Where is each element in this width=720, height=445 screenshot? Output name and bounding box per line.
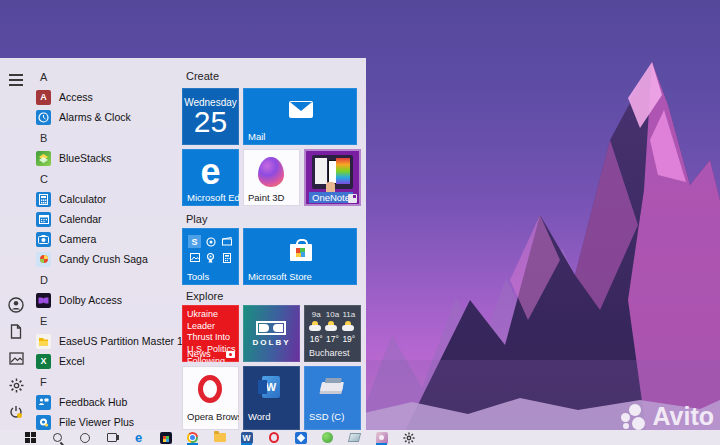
tile-opera-browser[interactable]: Opera Browser [182, 366, 239, 430]
excel-app-icon: X [36, 354, 51, 369]
app-list-item-candy-crush-saga[interactable]: Candy Crush Saga [34, 249, 176, 269]
taskbar-store-button[interactable] [159, 431, 172, 444]
desktop-screen: Avito [0, 0, 720, 445]
taskbar-photos-button[interactable] [375, 431, 388, 444]
app-list-item-calendar[interactable]: Calendar [34, 209, 176, 229]
app-section-letter-c[interactable]: C [34, 168, 176, 189]
microsoft-store-icon [160, 432, 172, 444]
documents-button[interactable] [7, 322, 25, 340]
start-button[interactable] [24, 431, 37, 444]
tile-group-title-create: Create [186, 70, 219, 82]
app-section-letter-b[interactable]: B [34, 127, 176, 148]
app-list-item-camera[interactable]: Camera [34, 229, 176, 249]
candy-crush-app-icon [36, 252, 51, 267]
tile-label: Microsoft Store [248, 271, 312, 282]
tile-label: SSD (C) [309, 411, 344, 422]
taskbar: e W [0, 430, 720, 445]
app-list-item-file-viewer-plus[interactable]: File Viewer Plus [34, 412, 176, 430]
lens-icon [204, 235, 217, 248]
tile-group-title-explore: Explore [186, 290, 223, 302]
app-section-letter-e[interactable]: E [34, 310, 176, 331]
tile-onenote[interactable]: OneNote [304, 149, 361, 206]
emulator-green-icon [322, 432, 333, 443]
app-list-item-feedback-hub[interactable]: Feedback Hub [34, 392, 176, 412]
tools-folder-mini-icons: S [188, 235, 234, 264]
tile-dolby[interactable]: DOLBY [243, 305, 300, 362]
settings-gear-icon [403, 432, 415, 444]
taskbar-chrome-button[interactable] [186, 431, 199, 444]
app-list-item-dolby-access[interactable]: Dolby Access [34, 290, 176, 310]
dolby-access-app-icon [36, 293, 51, 308]
edge-logo-icon: e [182, 151, 239, 193]
weather-city: Bucharest [309, 348, 350, 358]
cortana-icon [80, 433, 90, 443]
app-list-item-access[interactable]: A Access [34, 87, 176, 107]
taskbar-word-button[interactable]: W [240, 431, 253, 444]
tile-ssd-c[interactable]: SSD (C) [304, 366, 361, 430]
taskbar-file-explorer-button[interactable] [213, 431, 226, 444]
documents-icon [9, 324, 23, 339]
tile-weather[interactable]: 9a 10a 11a 16° 17° 19° Bucharest [304, 305, 361, 362]
tile-paint-3d[interactable]: Paint 3D [243, 149, 300, 206]
chrome-icon [187, 432, 198, 443]
cortana-button[interactable] [78, 431, 91, 444]
mail-envelope-icon [289, 101, 313, 118]
app-list-item-calculator[interactable]: Calculator [34, 189, 176, 209]
search-icon [53, 433, 62, 442]
tile-calendar[interactable]: Wednesday 25 [182, 88, 239, 145]
app-section-letter-d[interactable]: D [34, 269, 176, 290]
file-explorer-icon [214, 433, 226, 442]
avito-watermark-text: Avito [652, 402, 714, 431]
alarms-clock-app-icon [36, 110, 51, 125]
paint-3d-glass-icon [348, 433, 361, 442]
camera-app-icon [36, 232, 51, 247]
app-section-letter-f[interactable]: F [34, 371, 176, 392]
tile-folder-tools[interactable]: S Tools [182, 228, 239, 285]
edge-icon: e [135, 431, 142, 444]
taskbar-search-button[interactable] [51, 431, 64, 444]
power-icon [9, 405, 23, 419]
app-list-item-alarms-clock[interactable]: Alarms & Clock [34, 107, 176, 127]
power-button[interactable] [7, 403, 25, 421]
opera-icon [269, 432, 279, 443]
dolby-wordmark: DOLBY [243, 338, 300, 347]
settings-button[interactable] [7, 376, 25, 394]
tile-microsoft-edge[interactable]: e Microsoft Edge [182, 149, 239, 206]
start-menu-panel: A A Access Alarms & Clock B BlueStacks C [0, 58, 366, 430]
pictures-button[interactable] [7, 349, 25, 367]
taskbar-emulator-button[interactable] [321, 431, 334, 444]
taskbar-paint3d-button[interactable] [348, 431, 361, 444]
task-view-button[interactable] [105, 431, 118, 444]
bluestacks-icon [295, 432, 307, 444]
taskbar-settings-button[interactable] [402, 431, 415, 444]
word-logo-icon: W [262, 376, 280, 398]
tile-mail[interactable]: Mail [243, 88, 357, 145]
photos-icon [188, 251, 201, 264]
films-tv-icon [220, 235, 233, 248]
tile-label: News [187, 348, 211, 359]
app-list-item-easeus-partition-master[interactable]: EaseUS Partition Master 13.5 ⌄ [34, 331, 176, 351]
tile-group-title-play: Play [186, 213, 207, 225]
photos-icon [376, 432, 388, 444]
onenote-preview-image [312, 155, 353, 189]
taskbar-opera-button[interactable] [267, 431, 280, 444]
user-account-button[interactable] [7, 296, 25, 314]
easeus-app-icon [36, 334, 51, 349]
skype-icon: S [188, 235, 201, 248]
tile-news[interactable]: Ukraine Leader Thrust Into U.S. Politics… [182, 305, 239, 362]
taskbar-edge-button[interactable]: e [132, 431, 145, 444]
partly-cloudy-icon [341, 321, 357, 332]
partly-cloudy-icon [308, 321, 324, 332]
tile-label: OneNote [309, 192, 353, 203]
app-list-item-bluestacks[interactable]: BlueStacks [34, 148, 176, 168]
taskbar-bluestacks-button[interactable] [294, 431, 307, 444]
expand-menu-button[interactable] [7, 71, 25, 89]
weather-forecast: 9a 10a 11a 16° 17° 19° [308, 310, 357, 344]
tile-word[interactable]: W Word [243, 366, 300, 430]
app-list-item-excel[interactable]: X Excel [34, 351, 176, 371]
settings-gear-icon [9, 378, 24, 393]
app-section-letter-a[interactable]: A [34, 66, 176, 87]
avito-watermark: Avito [621, 402, 714, 431]
tile-microsoft-store[interactable]: Microsoft Store [243, 228, 357, 285]
all-apps-list: A A Access Alarms & Clock B BlueStacks C [34, 66, 176, 430]
